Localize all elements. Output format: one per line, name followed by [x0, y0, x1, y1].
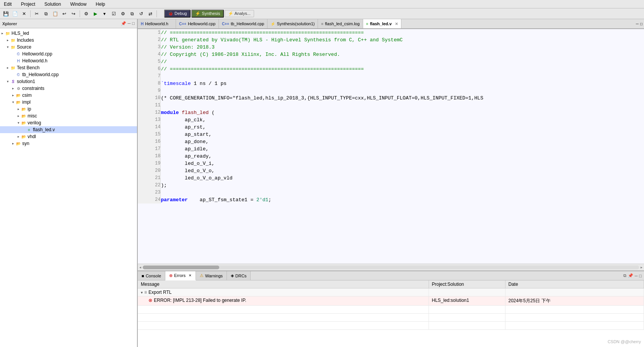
toolbar-synthesis-btn[interactable]: ⚡ Synthesis — [191, 10, 224, 18]
editor-maximize-btn[interactable]: □ — [640, 22, 642, 26]
toolbar-close-btn[interactable]: ✕ — [20, 10, 28, 18]
bottom-tab-drcs[interactable]: ◈ DRCs — [227, 271, 251, 280]
line-number-11: 11 — [138, 102, 161, 109]
editor-tab-flash_led_csim_log[interactable]: ≡ flash_led_csim.log — [318, 19, 363, 28]
hscroll-right-btn[interactable]: ▸ — [641, 265, 642, 269]
menu-project[interactable]: Project — [20, 1, 37, 8]
tab-close-flash_led_v[interactable]: ✕ — [395, 22, 398, 26]
bottom-maximize-btn[interactable]: □ — [639, 274, 642, 278]
tree-arrow-ip[interactable]: ▸ — [16, 107, 21, 111]
toolbar-save-btn[interactable]: 💾 — [2, 10, 10, 18]
menu-window[interactable]: Window — [68, 1, 88, 8]
editor-tab-helloworld_cpp[interactable]: C++ Helloworld.cpp — [176, 19, 219, 28]
tree-arrow-vhdl[interactable]: ▸ — [16, 135, 21, 138]
tree-item-includes[interactable]: ▸ 📁 Includes — [0, 37, 137, 44]
toolbar-check-btn[interactable]: ☑ — [109, 10, 118, 18]
toolbar-undo-btn[interactable]: ↩ — [60, 10, 68, 18]
menu-solution[interactable]: Solution — [43, 1, 62, 8]
tree-arrow-csim[interactable]: ▸ — [11, 93, 15, 97]
editor-tab-synthesis_solution1[interactable]: ⚡ Synthesis(solution1) — [267, 19, 318, 28]
code-line-1: 1// ====================================… — [138, 29, 644, 36]
tree-item-csim[interactable]: ▸ 📂 csim — [0, 92, 137, 99]
xplorer-maximize-btn[interactable]: □ — [132, 21, 135, 26]
tree-item-tb_helloworld_cpp[interactable]: © tb_Helloworld.cpp — [0, 71, 137, 78]
tree-arrow-includes[interactable]: ▸ — [5, 38, 10, 42]
tab-type-icon: ≡ — [321, 22, 323, 26]
bottom-tab-console[interactable]: ■ Console — [138, 271, 165, 280]
toolbar-debug-btn[interactable]: 🐞 Debug — [164, 10, 191, 18]
tree-item-verilog[interactable]: ▾ 📂 verilog — [0, 119, 137, 126]
hscroll-left-btn[interactable]: ◂ — [139, 265, 141, 269]
tree-arrow-hls_led[interactable]: ▸ — [0, 31, 5, 35]
tree-arrow-test_bench[interactable]: ▸ — [5, 66, 10, 70]
bottom-tab-errors[interactable]: ⊗ Errors ✕ — [165, 271, 196, 280]
xplorer-tools: 📌 ─ □ — [121, 21, 135, 26]
line-code-16: ap_done, — [161, 138, 644, 145]
tree-item-flash_led_v[interactable]: ≡ flash_led.v — [0, 126, 137, 133]
menu-edit[interactable]: Edit — [2, 1, 13, 8]
toolbar-settings-btn[interactable]: ⚙ — [119, 10, 127, 18]
tree-item-test_bench[interactable]: ▸ 📁 Test Bench — [0, 64, 137, 71]
tree-arrow-source[interactable]: ▾ — [5, 45, 10, 49]
toolbar-sync-btn[interactable]: ⇄ — [146, 10, 155, 18]
toolbar-run-dropdown-btn[interactable]: ▾ — [100, 10, 109, 18]
tree-item-syn[interactable]: ▸ 📂 syn — [0, 140, 137, 147]
line-code-2: // RTL generated by Vivado(TM) HLS - Hig… — [161, 36, 644, 44]
tree-item-hls_led[interactable]: ▸ 📁 HLS_led — [0, 30, 137, 37]
tree-arrow-impl[interactable]: ▾ — [11, 100, 15, 104]
toolbar-more1-btn[interactable]: ⧉ — [128, 10, 136, 18]
tree-arrow-solution1[interactable]: ▾ — [5, 80, 10, 83]
toolbar-paste-btn[interactable]: 📋 — [51, 10, 59, 18]
tree-item-constraints[interactable]: ▸ ⚙ constraints — [0, 85, 137, 92]
tree-arrow-verilog[interactable]: ▾ — [16, 121, 21, 125]
toolbar-analysis-btn[interactable]: ⚡ Analys... — [225, 10, 254, 17]
tree-arrow-misc[interactable]: ▸ — [16, 114, 21, 118]
bottom-collapse-btn[interactable]: ⧉ — [623, 273, 626, 278]
code-line-4: 4// Copyright (C) 1986-2018 Xilinx, Inc.… — [138, 51, 644, 58]
bottom-row[interactable]: ⊗ ERROR: [IMPL 213-28] Failed to generat… — [138, 296, 644, 306]
line-number-21: 21 — [138, 174, 161, 182]
toolbar-redo-btn[interactable]: ↪ — [69, 10, 78, 18]
tree-item-ip[interactable]: ▸ 📂 ip — [0, 106, 137, 112]
row-expand-icon[interactable]: ▾ — [141, 290, 143, 295]
xplorer-minimize-btn[interactable]: ─ — [128, 21, 131, 26]
hscroll-thumb[interactable] — [143, 266, 219, 269]
bottom-row[interactable]: ▾ ≡ Export RTL — [138, 288, 644, 296]
menu-bar: Edit Project Solution Window Help — [0, 0, 644, 8]
bottom-empty-row — [138, 314, 644, 322]
tree-item-misc[interactable]: ▸ 📂 misc — [0, 112, 137, 119]
bottom-pin-btn[interactable]: 📌 — [628, 273, 633, 278]
tree-arrow-syn[interactable]: ▸ — [11, 142, 15, 145]
tree-item-helloworld_h[interactable]: H Helloworld.h — [0, 57, 137, 64]
tab-label-flash_led_csim_log: flash_led_csim.log — [325, 21, 360, 26]
toolbar-run-btn[interactable]: ▶ — [91, 10, 99, 18]
tree-arrow-constraints[interactable]: ▸ — [11, 86, 15, 90]
tree-item-solution1[interactable]: ▾ S solution1 — [0, 78, 137, 85]
tree-item-helloworld_cpp[interactable]: © Helloworld.cpp — [0, 51, 137, 57]
toolbar-more2-btn[interactable]: ↺ — [137, 10, 145, 18]
editor-minimize-btn[interactable]: ─ — [636, 22, 639, 26]
code-view[interactable]: 1// ====================================… — [138, 29, 644, 264]
editor-tab-helloworld_h[interactable]: H Helloworld.h — [138, 19, 176, 28]
right-panel: H Helloworld.h C++ Helloworld.cpp C++ tb… — [138, 19, 644, 347]
empty-cell — [138, 322, 429, 330]
toolbar-build-btn[interactable]: ⚙ — [82, 10, 90, 18]
line-code-23 — [161, 189, 644, 196]
bottom-tab-warnings[interactable]: ⚠ Warnings — [196, 271, 227, 280]
editor-tab-tb_helloworld_cpp[interactable]: C++ tb_Helloworld.cpp — [219, 19, 267, 28]
toolbar-new-btn[interactable]: 📄 — [11, 10, 19, 18]
tree-item-source[interactable]: ▾ 📁 Source — [0, 44, 137, 51]
tree-item-impl[interactable]: ▾ 📂 impl — [0, 99, 137, 106]
editor-tab-flash_led_v[interactable]: ≡ flash_led.v ✕ — [363, 19, 401, 29]
line-number-22: 22 — [138, 182, 161, 189]
xplorer-pin-btn[interactable]: 📌 — [121, 21, 126, 26]
toolbar-copy-btn[interactable]: ⧉ — [42, 10, 50, 18]
bottom-minimize-btn[interactable]: ─ — [635, 274, 638, 278]
code-line-11: 11 — [138, 102, 644, 109]
menu-help[interactable]: Help — [94, 1, 107, 8]
bottom-tab-close-errors[interactable]: ✕ — [189, 274, 192, 277]
line-number-4: 4 — [138, 51, 161, 58]
hscroll-track[interactable] — [143, 266, 639, 269]
toolbar-cut-btn[interactable]: ✂ — [33, 10, 41, 18]
tree-item-vhdl[interactable]: ▸ 📂 vhdl — [0, 133, 137, 140]
